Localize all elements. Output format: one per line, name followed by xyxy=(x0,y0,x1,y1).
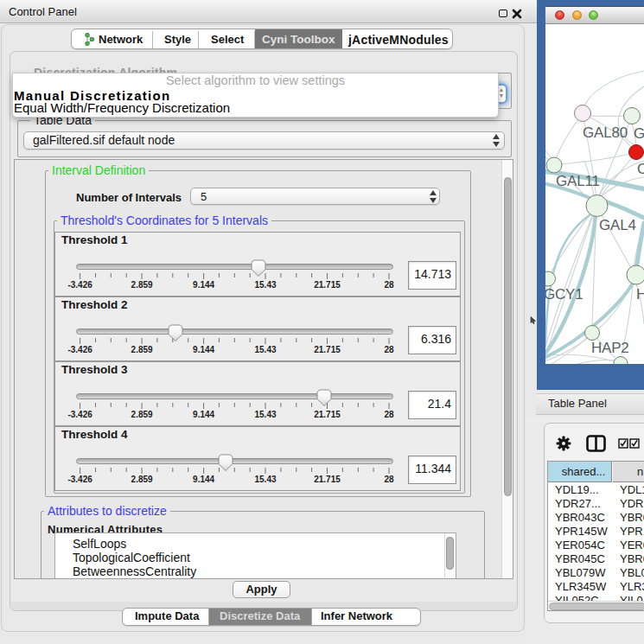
svg-text:2.859: 2.859 xyxy=(131,345,153,354)
svg-text:9.144: 9.144 xyxy=(193,410,214,419)
svg-text:CR: CR xyxy=(637,161,644,177)
svg-text:-3.426: -3.426 xyxy=(67,410,92,419)
svg-text:21.715: 21.715 xyxy=(314,475,341,484)
svg-text:2.859: 2.859 xyxy=(131,475,153,484)
svg-text:H: H xyxy=(636,286,644,303)
svg-text:21.715: 21.715 xyxy=(314,345,341,354)
svg-text:GAL4: GAL4 xyxy=(599,217,636,233)
svg-text:-3.426: -3.426 xyxy=(67,475,92,484)
svg-text:GAL80: GAL80 xyxy=(583,124,628,141)
svg-text:GAL: GAL xyxy=(634,125,644,142)
svg-text:15.43: 15.43 xyxy=(254,410,276,419)
svg-text:2.859: 2.859 xyxy=(131,280,153,290)
svg-text:21.715: 21.715 xyxy=(314,410,341,419)
svg-text:15.43: 15.43 xyxy=(254,475,276,484)
svg-text:9.144: 9.144 xyxy=(193,280,214,290)
svg-text:21.715: 21.715 xyxy=(314,280,341,290)
svg-text:15.43: 15.43 xyxy=(254,345,276,354)
svg-text:-3.426: -3.426 xyxy=(67,345,92,354)
svg-text:GAL11: GAL11 xyxy=(556,173,600,189)
svg-text:9.144: 9.144 xyxy=(193,475,214,484)
svg-text:GCY1: GCY1 xyxy=(545,286,583,303)
svg-text:28: 28 xyxy=(384,475,394,484)
svg-text:28: 28 xyxy=(384,345,394,354)
svg-text:9.144: 9.144 xyxy=(193,345,214,354)
svg-text:-3.426: -3.426 xyxy=(67,280,92,290)
svg-text:15.43: 15.43 xyxy=(254,280,276,290)
svg-text:2.859: 2.859 xyxy=(131,410,153,419)
svg-text:28: 28 xyxy=(384,410,394,419)
svg-text:HAP2: HAP2 xyxy=(591,340,629,356)
svg-text:28: 28 xyxy=(384,280,394,290)
